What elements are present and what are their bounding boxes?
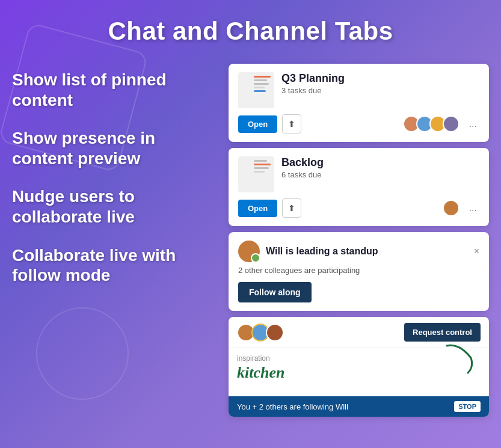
request-control-button[interactable]: Request control [404,323,481,342]
backlog-thumbnail [238,156,274,192]
card-header: Backlog 6 tasks due [238,156,479,192]
card-info: Q3 Planning 3 tasks due [281,72,479,95]
main-layout: Show list of pinned content Show presenc… [0,58,501,440]
live-card: Request control inspiration kitchen You … [229,317,489,417]
thumb-line-4 [254,171,265,173]
thumb-line-2 [254,79,267,81]
feature-follow: Collaborate live with follow mode [12,245,217,286]
card-title: Backlog [281,156,479,169]
backlog-avatars [446,200,460,216]
backlog-more-button[interactable]: ... [467,203,479,213]
will-avatar [238,241,260,262]
right-panel: Q3 Planning 3 tasks due Open ⬆ ... [229,58,489,440]
thumb-line-2 [254,164,271,165]
card-subtitle: 3 tasks due [281,86,479,95]
live-content: inspiration kitchen [229,348,489,396]
backlog-open-button[interactable]: Open [238,200,277,217]
thumbnail-lines [254,76,271,92]
squiggle-icon [441,340,477,378]
avatar-single [443,200,460,216]
share-icon: ⬆ [288,203,295,213]
following-text: You + 2 others are following Will [237,402,348,411]
card-actions: Open ⬆ ... [238,114,479,133]
thumb-line-1 [254,160,267,162]
standup-subtitle: 2 other colleagues are participating [238,266,479,275]
q3-open-button[interactable]: Open [238,115,277,133]
q3-share-button[interactable]: ⬆ [282,114,301,133]
live-avatar-3 [266,324,284,342]
card-info: Backlog 6 tasks due [281,156,479,179]
q3-more-button[interactable]: ... [467,118,479,129]
thumb-line-4 [254,87,265,88]
follow-along-button[interactable]: Follow along [238,282,312,302]
left-panel: Show list of pinned content Show presenc… [12,58,217,440]
thumb-line-1 [254,76,271,78]
avatar-4 [443,115,460,132]
feature-presence: Show presence in content preview [12,128,217,168]
card-subtitle: 6 tasks due [281,170,479,179]
card-title: Q3 Planning [281,72,479,85]
thumb-line-5 [254,90,266,92]
standup-card: Will is leading a standup × 2 other coll… [229,232,489,311]
standup-title: Will is leading a standup [266,246,468,257]
q3-planning-card: Q3 Planning 3 tasks due Open ⬆ ... [229,64,489,142]
stop-badge[interactable]: STOP [454,401,481,412]
thumbnail-lines [254,160,271,173]
following-bar: You + 2 others are following Will STOP [229,396,489,417]
standup-close-button[interactable]: × [474,246,479,257]
thumb-line-3 [254,167,269,169]
share-icon: ⬆ [288,119,295,129]
backlog-card: Backlog 6 tasks due Open ⬆ ... [229,148,489,226]
q3-thumbnail [238,72,274,108]
feature-pinned: Show list of pinned content [12,70,217,110]
feature-nudge: Nudge users to collaborate live [12,186,217,227]
card-header: Q3 Planning 3 tasks due [238,72,479,108]
live-avatars [237,324,280,342]
thumb-line-3 [254,83,269,85]
backlog-share-button[interactable]: ⬆ [282,198,301,218]
q3-avatars [407,115,460,132]
standup-header: Will is leading a standup × [238,241,479,262]
page-title: Chat and Channel Tabs [0,0,501,58]
card-actions: Open ⬆ ... [238,198,479,218]
